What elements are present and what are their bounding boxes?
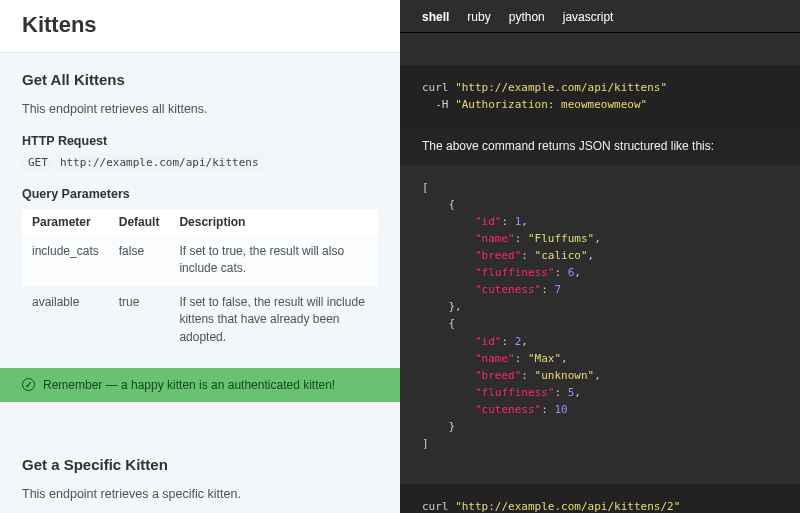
tab-python[interactable]: python	[509, 10, 545, 24]
param-desc: If set to true, the result will also inc…	[169, 235, 378, 286]
section-desc-get-one: This endpoint retrieves a specific kitte…	[0, 487, 400, 501]
page-title: Kittens	[0, 0, 400, 53]
table-header: Default	[109, 209, 170, 235]
table-row: include_cats false If set to true, the r…	[22, 235, 378, 286]
tab-shell[interactable]: shell	[422, 10, 449, 24]
section-heading-get-all: Get All Kittens	[0, 71, 400, 88]
section-heading-get-one: Get a Specific Kitten	[0, 456, 400, 473]
http-request-label: HTTP Request	[0, 134, 400, 148]
param-name: include_cats	[22, 235, 109, 286]
notice-text: Remember — a happy kitten is an authenti…	[43, 378, 335, 392]
query-params-label: Query Parameters	[0, 187, 400, 201]
table-header: Description	[169, 209, 378, 235]
code-right-pane: shell ruby python javascript curl "http:…	[400, 0, 800, 513]
param-default: true	[109, 286, 170, 354]
http-request-line: GEThttp://example.com/api/kittens	[22, 156, 378, 169]
param-default: false	[109, 235, 170, 286]
tab-ruby[interactable]: ruby	[467, 10, 490, 24]
param-name: available	[22, 286, 109, 354]
table-header: Parameter	[22, 209, 109, 235]
check-icon: ✓	[22, 378, 35, 391]
curl-example-2: curl "http://example.com/api/kittens/2" …	[400, 484, 800, 513]
json-note-1: The above command returns JSON structure…	[400, 127, 800, 165]
section-desc-get-all: This endpoint retrieves all kittens.	[0, 102, 400, 116]
table-row: available true If set to false, the resu…	[22, 286, 378, 354]
curl-example-1: curl "http://example.com/api/kittens" -H…	[400, 65, 800, 127]
http-verb: GET	[22, 154, 54, 171]
query-params-table: Parameter Default Description include_ca…	[22, 209, 378, 354]
param-desc: If set to false, the result will include…	[169, 286, 378, 354]
http-url: http://example.com/api/kittens	[56, 154, 263, 171]
success-notice: ✓ Remember — a happy kitten is an authen…	[0, 368, 400, 402]
language-tabs: shell ruby python javascript	[400, 0, 800, 33]
docs-left-pane: Kittens Get All Kittens This endpoint re…	[0, 0, 400, 513]
tab-javascript[interactable]: javascript	[563, 10, 614, 24]
json-example: [ { "id": 1, "name": "Fluffums", "breed"…	[400, 165, 800, 466]
